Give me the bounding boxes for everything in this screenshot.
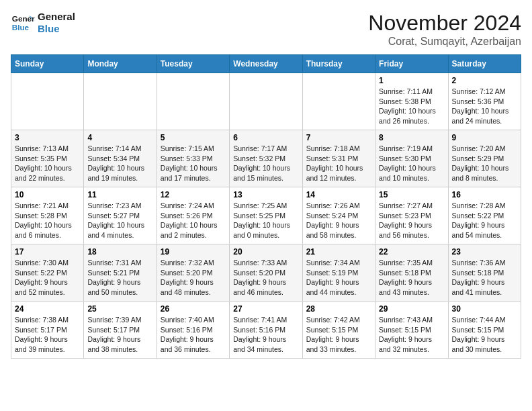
day-info: Sunrise: 7:32 AMSunset: 5:20 PMDaylight:… <box>161 258 226 298</box>
calendar-cell: 18Sunrise: 7:31 AMSunset: 5:21 PMDayligh… <box>84 244 157 302</box>
day-info: Sunrise: 7:43 AMSunset: 5:15 PMDaylight:… <box>379 315 444 355</box>
logo-blue: Blue <box>38 23 75 35</box>
day-number: 25 <box>87 304 152 314</box>
day-info: Sunrise: 7:14 AMSunset: 5:34 PMDaylight:… <box>87 144 152 183</box>
day-info: Sunrise: 7:21 AMSunset: 5:28 PMDaylight:… <box>15 201 80 240</box>
day-info: Sunrise: 7:40 AMSunset: 5:16 PMDaylight:… <box>161 315 226 355</box>
day-info: Sunrise: 7:18 AMSunset: 5:31 PMDaylight:… <box>306 144 371 183</box>
day-number: 14 <box>306 190 371 199</box>
day-info: Sunrise: 7:24 AMSunset: 5:26 PMDaylight:… <box>161 201 226 240</box>
calendar-cell <box>302 73 375 130</box>
day-number: 21 <box>306 247 371 257</box>
day-number: 26 <box>161 304 226 314</box>
day-number: 16 <box>452 190 517 199</box>
calendar-cell: 30Sunrise: 7:44 AMSunset: 5:15 PMDayligh… <box>448 302 521 359</box>
calendar-week-4: 17Sunrise: 7:30 AMSunset: 5:22 PMDayligh… <box>11 244 521 302</box>
calendar-cell <box>11 73 84 130</box>
day-info: Sunrise: 7:15 AMSunset: 5:33 PMDaylight:… <box>161 144 226 183</box>
calendar-cell: 5Sunrise: 7:15 AMSunset: 5:33 PMDaylight… <box>157 130 229 187</box>
svg-text:Blue: Blue <box>12 23 30 32</box>
calendar-cell <box>84 73 157 130</box>
day-number: 7 <box>306 133 371 142</box>
calendar-cell: 29Sunrise: 7:43 AMSunset: 5:15 PMDayligh… <box>375 302 448 359</box>
day-number: 30 <box>452 304 517 314</box>
day-number: 27 <box>233 304 298 314</box>
day-info: Sunrise: 7:26 AMSunset: 5:24 PMDaylight:… <box>306 201 371 240</box>
day-number: 8 <box>379 133 444 142</box>
col-header-saturday: Saturday <box>448 55 521 73</box>
day-info: Sunrise: 7:39 AMSunset: 5:17 PMDaylight:… <box>87 315 152 355</box>
calendar-cell: 7Sunrise: 7:18 AMSunset: 5:31 PMDaylight… <box>302 130 375 187</box>
day-info: Sunrise: 7:44 AMSunset: 5:15 PMDaylight:… <box>452 315 517 355</box>
col-header-friday: Friday <box>375 55 448 73</box>
calendar-week-3: 10Sunrise: 7:21 AMSunset: 5:28 PMDayligh… <box>11 187 521 244</box>
day-number: 5 <box>161 133 226 142</box>
day-number: 19 <box>161 247 226 257</box>
day-number: 15 <box>379 190 444 199</box>
calendar-week-1: 1Sunrise: 7:11 AMSunset: 5:38 PMDaylight… <box>11 73 521 130</box>
calendar-cell: 14Sunrise: 7:26 AMSunset: 5:24 PMDayligh… <box>302 187 375 244</box>
calendar-cell: 28Sunrise: 7:42 AMSunset: 5:15 PMDayligh… <box>302 302 375 359</box>
day-info: Sunrise: 7:17 AMSunset: 5:32 PMDaylight:… <box>233 144 298 183</box>
calendar-cell <box>230 73 302 130</box>
col-header-thursday: Thursday <box>302 55 375 73</box>
day-number: 12 <box>161 190 226 199</box>
day-number: 22 <box>379 247 444 257</box>
day-number: 6 <box>233 133 298 142</box>
calendar-cell: 22Sunrise: 7:35 AMSunset: 5:18 PMDayligh… <box>375 244 448 302</box>
calendar-cell: 20Sunrise: 7:33 AMSunset: 5:20 PMDayligh… <box>230 244 302 302</box>
day-info: Sunrise: 7:42 AMSunset: 5:15 PMDaylight:… <box>306 315 371 355</box>
day-number: 23 <box>452 247 517 257</box>
day-info: Sunrise: 7:28 AMSunset: 5:22 PMDaylight:… <box>452 201 517 240</box>
calendar-cell: 8Sunrise: 7:19 AMSunset: 5:30 PMDaylight… <box>375 130 448 187</box>
day-info: Sunrise: 7:30 AMSunset: 5:22 PMDaylight:… <box>15 258 80 298</box>
calendar-cell: 19Sunrise: 7:32 AMSunset: 5:20 PMDayligh… <box>157 244 229 302</box>
calendar-cell: 11Sunrise: 7:23 AMSunset: 5:27 PMDayligh… <box>84 187 157 244</box>
day-info: Sunrise: 7:11 AMSunset: 5:38 PMDaylight:… <box>379 87 444 126</box>
logo-icon: General Blue <box>11 11 35 35</box>
day-info: Sunrise: 7:31 AMSunset: 5:21 PMDaylight:… <box>87 258 152 298</box>
calendar-cell: 1Sunrise: 7:11 AMSunset: 5:38 PMDaylight… <box>375 73 448 130</box>
month-year-title: November 2024 <box>368 11 521 36</box>
calendar-cell: 27Sunrise: 7:41 AMSunset: 5:16 PMDayligh… <box>230 302 302 359</box>
day-number: 24 <box>15 304 80 314</box>
calendar-cell: 13Sunrise: 7:25 AMSunset: 5:25 PMDayligh… <box>230 187 302 244</box>
logo-general: General <box>38 11 75 23</box>
day-number: 17 <box>15 247 80 257</box>
calendar-cell: 23Sunrise: 7:36 AMSunset: 5:18 PMDayligh… <box>448 244 521 302</box>
day-info: Sunrise: 7:41 AMSunset: 5:16 PMDaylight:… <box>233 315 298 355</box>
day-info: Sunrise: 7:23 AMSunset: 5:27 PMDaylight:… <box>87 201 152 240</box>
page-header: General Blue General Blue November 2024 … <box>11 11 521 48</box>
col-header-monday: Monday <box>84 55 157 73</box>
calendar-cell: 15Sunrise: 7:27 AMSunset: 5:23 PMDayligh… <box>375 187 448 244</box>
calendar-cell <box>157 73 229 130</box>
day-number: 28 <box>306 304 371 314</box>
calendar-cell: 26Sunrise: 7:40 AMSunset: 5:16 PMDayligh… <box>157 302 229 359</box>
calendar-week-2: 3Sunrise: 7:13 AMSunset: 5:35 PMDaylight… <box>11 130 521 187</box>
day-number: 2 <box>452 76 517 85</box>
day-info: Sunrise: 7:27 AMSunset: 5:23 PMDaylight:… <box>379 201 444 240</box>
calendar-cell: 9Sunrise: 7:20 AMSunset: 5:29 PMDaylight… <box>448 130 521 187</box>
calendar-cell: 10Sunrise: 7:21 AMSunset: 5:28 PMDayligh… <box>11 187 84 244</box>
day-number: 4 <box>87 133 152 142</box>
logo: General Blue General Blue <box>11 11 75 35</box>
day-number: 13 <box>233 190 298 199</box>
col-header-tuesday: Tuesday <box>157 55 229 73</box>
calendar-week-5: 24Sunrise: 7:38 AMSunset: 5:17 PMDayligh… <box>11 302 521 359</box>
day-number: 10 <box>15 190 80 199</box>
day-info: Sunrise: 7:33 AMSunset: 5:20 PMDaylight:… <box>233 258 298 298</box>
day-number: 3 <box>15 133 80 142</box>
svg-text:General: General <box>12 14 35 23</box>
calendar-cell: 25Sunrise: 7:39 AMSunset: 5:17 PMDayligh… <box>84 302 157 359</box>
day-info: Sunrise: 7:19 AMSunset: 5:30 PMDaylight:… <box>379 144 444 183</box>
day-number: 9 <box>452 133 517 142</box>
calendar-header-row: SundayMondayTuesdayWednesdayThursdayFrid… <box>11 55 521 73</box>
calendar-cell: 2Sunrise: 7:12 AMSunset: 5:36 PMDaylight… <box>448 73 521 130</box>
title-block: November 2024 Corat, Sumqayit, Azerbaija… <box>368 11 521 48</box>
day-number: 18 <box>87 247 152 257</box>
calendar-cell: 24Sunrise: 7:38 AMSunset: 5:17 PMDayligh… <box>11 302 84 359</box>
col-header-sunday: Sunday <box>11 55 84 73</box>
calendar-cell: 3Sunrise: 7:13 AMSunset: 5:35 PMDaylight… <box>11 130 84 187</box>
day-info: Sunrise: 7:20 AMSunset: 5:29 PMDaylight:… <box>452 144 517 183</box>
day-info: Sunrise: 7:25 AMSunset: 5:25 PMDaylight:… <box>233 201 298 240</box>
